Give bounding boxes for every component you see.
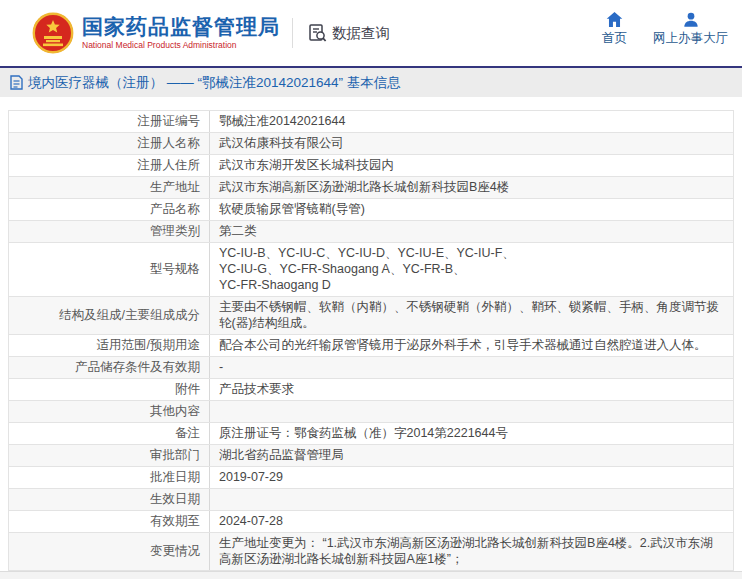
row-label-text: 备注 [175, 425, 200, 441]
row-label: 结构及组成/主要组成成分 [9, 297, 209, 334]
row-label: 有效期至 [9, 511, 209, 532]
row-value: 2024-07-28 [209, 511, 733, 532]
row-value [209, 489, 733, 510]
row-label: 注册人住所 [9, 155, 209, 176]
table-row: 注册人住所武汉市东湖开发区长城科技园内 [9, 155, 733, 177]
row-label-text: 注册人住所 [138, 157, 201, 173]
row-value: YC-IU-B、YC-IU-C、YC-IU-D、YC-IU-E、YC-IU-F、… [209, 243, 733, 296]
table-row: 附件产品技术要求 [9, 379, 733, 401]
row-value: 主要由不锈钢帽、软鞘（内鞘）、不锈钢硬鞘（外鞘）、鞘环、锁紧帽、手柄、角度调节拨… [209, 297, 733, 334]
row-label-text: 审批部门 [150, 447, 200, 463]
row-label-text: 附件 [175, 381, 200, 397]
nav-home-label: 首页 [602, 30, 627, 47]
table-row: 批准日期2019-07-29 [9, 467, 733, 489]
row-label-text: 适用范围/预期用途 [97, 337, 200, 353]
row-label-text: 有效期至 [150, 513, 200, 529]
row-label-text: 管理类别 [150, 223, 200, 239]
row-value: 产品技术要求 [209, 379, 733, 400]
page-header: 国家药品监督管理局 National Medical Products Admi… [0, 0, 742, 66]
org-title-cn: 国家药品监督管理局 [82, 15, 280, 38]
header-divider [292, 18, 293, 48]
row-value: 湖北省药品监督管理局 [209, 445, 733, 466]
org-title-en: National Medical Products Administration [82, 41, 280, 50]
nav-service-hall-label: 网上办事大厅 [653, 30, 728, 47]
row-label-text: 生产地址 [150, 179, 200, 195]
row-label: 管理类别 [9, 221, 209, 242]
row-value: 武汉佑康科技有限公司 [209, 133, 733, 154]
table-row: 生效日期 [9, 489, 733, 511]
row-label: 生产地址 [9, 177, 209, 198]
row-value: 原注册证号：鄂食药监械（准）字2014第2221644号 [209, 423, 733, 444]
data-query-icon [307, 23, 328, 44]
table-row: 审批部门湖北省药品监督管理局 [9, 445, 733, 467]
table-row: 结构及组成/主要组成成分主要由不锈钢帽、软鞘（内鞘）、不锈钢硬鞘（外鞘）、鞘环、… [9, 297, 733, 335]
row-label: 适用范围/预期用途 [9, 335, 209, 356]
row-value: 鄂械注准20142021644 [209, 111, 733, 132]
row-label: 产品名称 [9, 199, 209, 220]
nav-service-hall[interactable]: 网上办事大厅 [653, 12, 728, 47]
user-icon [683, 12, 699, 27]
nmpa-logo[interactable]: 国家药品监督管理局 National Medical Products Admi… [32, 12, 280, 54]
row-label: 生效日期 [9, 489, 209, 510]
row-label: 产品储存条件及有效期 [9, 357, 209, 378]
table-row: 注册人名称武汉佑康科技有限公司 [9, 133, 733, 155]
row-label-text: 注册人名称 [138, 135, 201, 151]
breadcrumb-bar: 境内医疗器械（注册） —— “鄂械注准20142021644” 基本信息 [0, 66, 742, 97]
table-row: 产品名称软硬质输尿管肾镜鞘(导管) [9, 199, 733, 221]
table-row: 备注原注册证号：鄂食药监械（准）字2014第2221644号 [9, 423, 733, 445]
national-emblem-icon [32, 12, 74, 54]
table-row: 注册证编号鄂械注准20142021644 [9, 111, 733, 133]
row-label: 附件 [9, 379, 209, 400]
row-value: 生产地址变更为： “1.武汉市东湖高新区汤逊湖北路长城创新科技园B座4楼。2.武… [209, 533, 733, 570]
row-label: 注册人名称 [9, 133, 209, 154]
row-label-text: 产品名称 [150, 201, 200, 217]
table-row: 产品储存条件及有效期- [9, 357, 733, 379]
row-label-text: 其他内容 [150, 403, 200, 419]
row-label-text: 结构及组成/主要组成成分 [59, 307, 200, 323]
row-value: 第二类 [209, 221, 733, 242]
row-value: 武汉市东湖开发区长城科技园内 [209, 155, 733, 176]
row-label-text: 注册证编号 [138, 113, 201, 129]
table-row: 适用范围/预期用途配合本公司的光纤输尿管肾镜用于泌尿外科手术，引导手术器械通过自… [9, 335, 733, 357]
row-label-text: 生效日期 [150, 491, 200, 507]
row-value: 配合本公司的光纤输尿管肾镜用于泌尿外科手术，引导手术器械通过自然腔道进入人体。 [209, 335, 733, 356]
row-label: 注册证编号 [9, 111, 209, 132]
row-label: 变更情况 [9, 533, 209, 570]
row-label-text: 批准日期 [150, 469, 200, 485]
nav-data-query-label: 数据查询 [332, 24, 390, 43]
row-value [209, 401, 733, 422]
table-row: 管理类别第二类 [9, 221, 733, 243]
row-label-text: 变更情况 [150, 543, 200, 559]
table-row: 其他内容 [9, 401, 733, 423]
row-label: 型号规格 [9, 243, 209, 296]
row-label: 审批部门 [9, 445, 209, 466]
row-value: - [209, 357, 733, 378]
row-label-text: 产品储存条件及有效期 [75, 359, 200, 375]
nav-data-query[interactable]: 数据查询 [307, 23, 390, 44]
table-row: 生产地址武汉市东湖高新区汤逊湖北路长城创新科技园B座4楼 [9, 177, 733, 199]
nav-home[interactable]: 首页 [602, 12, 627, 47]
row-label: 其他内容 [9, 401, 209, 422]
row-label-text: 型号规格 [150, 261, 200, 277]
table-row: 变更情况生产地址变更为： “1.武汉市东湖高新区汤逊湖北路长城创新科技园B座4楼… [9, 533, 733, 571]
row-value: 2019-07-29 [209, 467, 733, 488]
table-row: 型号规格YC-IU-B、YC-IU-C、YC-IU-D、YC-IU-E、YC-I… [9, 243, 733, 297]
footer-strip [0, 571, 742, 579]
breadcrumb: 境内医疗器械（注册） —— “鄂械注准20142021644” 基本信息 [28, 74, 401, 92]
home-icon [606, 12, 623, 27]
row-label: 批准日期 [9, 467, 209, 488]
document-icon [10, 75, 23, 90]
table-row: 有效期至2024-07-28 [9, 511, 733, 533]
registration-info-table: 注册证编号鄂械注准20142021644注册人名称武汉佑康科技有限公司注册人住所… [8, 110, 734, 579]
row-value: 软硬质输尿管肾镜鞘(导管) [209, 199, 733, 220]
row-label: 备注 [9, 423, 209, 444]
row-value: 武汉市东湖高新区汤逊湖北路长城创新科技园B座4楼 [209, 177, 733, 198]
